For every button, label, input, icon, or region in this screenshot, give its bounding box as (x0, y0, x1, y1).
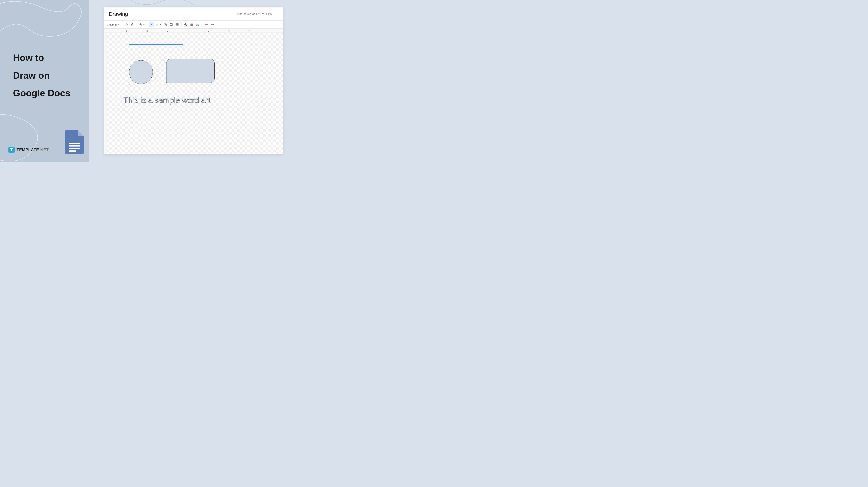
decorative-curve-2 (0, 105, 71, 162)
line-start-button[interactable] (204, 22, 209, 27)
svg-rect-23 (196, 26, 197, 26)
drawing-canvas[interactable]: This is a sample word art (107, 33, 283, 154)
left-panel: How to Draw on Google Docs T TEMPLATE.NE… (0, 0, 89, 162)
google-docs-icon (65, 130, 84, 155)
svg-point-14 (176, 24, 177, 25)
zoom-button[interactable]: ▼ (138, 22, 146, 27)
selected-line-shape[interactable] (130, 44, 182, 45)
svg-rect-21 (198, 24, 199, 24)
line-handle-right[interactable] (181, 44, 183, 45)
svg-rect-16 (190, 24, 193, 24)
brand-text: TEMPLATE.NET (17, 148, 49, 152)
svg-rect-0 (69, 142, 80, 144)
svg-rect-20 (197, 24, 198, 24)
svg-line-5 (141, 25, 142, 26)
line-handle-left[interactable] (129, 44, 131, 45)
shape-icon (163, 23, 167, 26)
separator (202, 23, 202, 27)
separator (181, 23, 182, 27)
border-weight-icon (190, 23, 194, 26)
line-start-icon (205, 24, 209, 26)
circle-shape[interactable] (129, 60, 153, 84)
svg-rect-18 (190, 26, 193, 26)
cursor-icon (150, 23, 153, 26)
vertical-ruler (104, 33, 107, 154)
textbox-icon: T (169, 23, 173, 26)
svg-rect-2 (69, 148, 80, 149)
template-t-icon: T (8, 147, 15, 153)
brand-logo: T TEMPLATE.NET (8, 147, 49, 153)
undo-button[interactable] (124, 22, 129, 27)
line-end-button[interactable] (210, 22, 215, 27)
chevron-down-icon: ▼ (159, 24, 161, 26)
drawing-dialog: Drawing Auto-saved at 12:57:01 PM Action… (104, 7, 283, 154)
image-tool-button[interactable] (174, 22, 180, 27)
line-tool-button[interactable]: ▼ (155, 22, 162, 27)
title-line-3: Google Docs (13, 85, 89, 102)
actions-menu[interactable]: Actions▼ (106, 22, 121, 27)
svg-line-8 (156, 24, 158, 26)
shape-tool-button[interactable] (162, 22, 168, 27)
redo-button[interactable] (130, 22, 135, 27)
page-title: How to Draw on Google Docs (13, 49, 89, 102)
fill-icon (184, 23, 188, 27)
select-tool-button[interactable] (149, 22, 154, 27)
undo-icon (125, 23, 128, 26)
chevron-down-icon: ▼ (143, 24, 145, 26)
title-line-1: How to (13, 49, 89, 67)
border-weight-button[interactable] (189, 22, 194, 27)
border-dash-button[interactable] (195, 22, 200, 27)
decorative-curve-3 (123, 0, 197, 22)
autosave-status: Auto-saved at 12:57:01 PM (237, 12, 273, 16)
fill-color-button[interactable] (183, 22, 189, 27)
horizontal-ruler: 1 2 3 4 5 6 7 (104, 29, 283, 33)
svg-rect-24 (198, 26, 199, 26)
line-end-icon (210, 24, 214, 26)
title-line-2: Draw on (13, 67, 89, 85)
image-icon (175, 23, 179, 26)
decorative-curve-1 (0, 0, 86, 45)
svg-rect-17 (190, 24, 193, 25)
svg-rect-19 (196, 24, 197, 24)
svg-rect-3 (69, 151, 76, 152)
word-art-text[interactable]: This is a sample word art (124, 96, 210, 105)
canvas-wrap: This is a sample word art (104, 33, 283, 154)
border-dash-icon (196, 23, 199, 26)
svg-rect-22 (196, 25, 199, 25)
svg-rect-15 (184, 26, 187, 26)
textbox-tool-button[interactable]: T (168, 22, 174, 27)
black-vertical-line-shape[interactable] (117, 42, 117, 106)
svg-text:T: T (170, 24, 172, 26)
zoom-icon (139, 23, 143, 26)
svg-rect-10 (165, 24, 166, 26)
svg-rect-1 (69, 145, 80, 147)
rounded-rectangle-shape[interactable] (166, 59, 215, 83)
right-panel: Drawing Auto-saved at 12:57:01 PM Action… (89, 0, 289, 162)
line-icon (155, 23, 159, 26)
redo-icon (131, 23, 134, 26)
separator (122, 23, 122, 27)
chevron-down-icon: ▼ (117, 24, 119, 26)
